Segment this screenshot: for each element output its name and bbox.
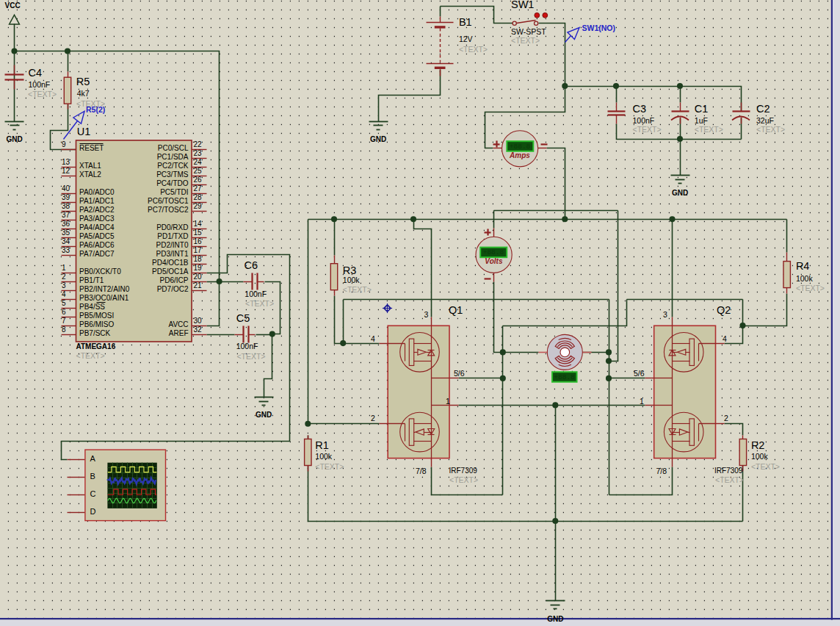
svg-text:<TEXT>: <TEXT> bbox=[236, 352, 265, 361]
svg-text:<TEXT>: <TEXT> bbox=[343, 285, 372, 294]
svg-text:4: 4 bbox=[62, 290, 66, 298]
svg-text:2: 2 bbox=[371, 414, 375, 422]
svg-text:7: 7 bbox=[62, 317, 66, 325]
svg-text:3: 3 bbox=[62, 281, 66, 289]
svg-text:37: 37 bbox=[62, 211, 70, 219]
svg-text:PB0/XCK/T0: PB0/XCK/T0 bbox=[79, 267, 121, 276]
svg-text:100nF: 100nF bbox=[633, 116, 655, 125]
svg-text:PD7/OC2: PD7/OC2 bbox=[157, 285, 189, 293]
svg-text:35: 35 bbox=[62, 229, 70, 237]
svg-text:<TEXT>: <TEXT> bbox=[449, 475, 478, 484]
svg-text:32: 32 bbox=[194, 325, 203, 334]
svg-text:PC4/TDO: PC4/TDO bbox=[156, 179, 189, 187]
svg-text:PD0/RXD: PD0/RXD bbox=[156, 223, 188, 231]
svg-text:SW-SPST: SW-SPST bbox=[511, 27, 546, 36]
svg-text:26: 26 bbox=[194, 176, 203, 184]
svg-text:4k7: 4k7 bbox=[77, 89, 90, 98]
svg-text:GND: GND bbox=[370, 135, 386, 143]
svg-text:SW1: SW1 bbox=[511, 0, 534, 10]
svg-text:XTAL2: XTAL2 bbox=[79, 170, 101, 179]
svg-text:15: 15 bbox=[194, 229, 203, 237]
svg-text:<TEXT>: <TEXT> bbox=[633, 125, 662, 134]
svg-text:PB1/T1: PB1/T1 bbox=[79, 276, 104, 284]
svg-text:39: 39 bbox=[62, 193, 70, 201]
svg-text:32uF: 32uF bbox=[756, 116, 774, 125]
svg-text:ATMEGA16: ATMEGA16 bbox=[76, 342, 116, 350]
svg-text:R5(2): R5(2) bbox=[86, 105, 105, 114]
svg-text:2: 2 bbox=[724, 414, 728, 422]
svg-text:21: 21 bbox=[194, 281, 203, 289]
svg-text:IRF7309: IRF7309 bbox=[449, 467, 478, 475]
svg-text:8: 8 bbox=[62, 325, 66, 334]
svg-text:VCC: VCC bbox=[5, 1, 21, 10]
svg-text:PA3/ADC3: PA3/ADC3 bbox=[79, 215, 115, 223]
svg-text:<TEXT>: <TEXT> bbox=[28, 90, 57, 98]
svg-text:C3: C3 bbox=[633, 103, 647, 115]
svg-text:PB2/INT2/AIN0: PB2/INT2/AIN0 bbox=[79, 285, 130, 293]
svg-text:28: 28 bbox=[194, 193, 203, 201]
svg-text:19: 19 bbox=[194, 264, 203, 272]
svg-text:30: 30 bbox=[194, 317, 203, 325]
svg-text:+88.8: +88.8 bbox=[510, 143, 531, 151]
svg-text:PA7/ADC7: PA7/ADC7 bbox=[79, 250, 115, 258]
svg-text:PA2/ADC2: PA2/ADC2 bbox=[79, 206, 115, 214]
svg-text:22: 22 bbox=[194, 140, 203, 148]
svg-text:C2: C2 bbox=[756, 103, 770, 115]
svg-text:PA6/ADC6: PA6/ADC6 bbox=[79, 241, 115, 249]
svg-text:PD5/OC1A: PD5/OC1A bbox=[152, 267, 189, 276]
svg-text:40: 40 bbox=[62, 184, 70, 193]
svg-text:1: 1 bbox=[640, 397, 644, 406]
svg-text:PD4/OC1B: PD4/OC1B bbox=[152, 259, 189, 267]
svg-text:GND: GND bbox=[672, 189, 688, 197]
svg-text:7/8: 7/8 bbox=[656, 467, 667, 475]
svg-text:PC5/TDI: PC5/TDI bbox=[160, 188, 188, 196]
svg-text:100nF: 100nF bbox=[29, 80, 51, 89]
svg-text:R1: R1 bbox=[315, 439, 329, 451]
svg-text:R2: R2 bbox=[751, 439, 765, 451]
svg-text:100nF: 100nF bbox=[236, 342, 258, 350]
svg-text:<TEXT>: <TEXT> bbox=[76, 351, 105, 360]
svg-text:100k: 100k bbox=[751, 452, 769, 461]
svg-text:B: B bbox=[90, 472, 95, 481]
svg-text:AREF: AREF bbox=[169, 329, 189, 337]
svg-text:34: 34 bbox=[62, 237, 70, 245]
svg-text:5: 5 bbox=[62, 299, 66, 307]
svg-text:U1: U1 bbox=[77, 126, 91, 137]
svg-text:27: 27 bbox=[194, 184, 203, 193]
svg-text:R5: R5 bbox=[76, 76, 90, 87]
svg-text:PA0/ADC0: PA0/ADC0 bbox=[79, 188, 115, 196]
svg-text:PC1/SDA: PC1/SDA bbox=[157, 153, 189, 161]
svg-text:17: 17 bbox=[194, 246, 203, 254]
svg-text:14: 14 bbox=[194, 220, 203, 228]
svg-text:Amps: Amps bbox=[509, 151, 530, 159]
svg-text:100nF: 100nF bbox=[245, 289, 267, 298]
svg-text:PD3/INT1: PD3/INT1 bbox=[156, 250, 189, 258]
svg-text:12V: 12V bbox=[459, 35, 473, 43]
svg-text:GND: GND bbox=[6, 135, 22, 143]
svg-text:PB6/MISO: PB6/MISO bbox=[79, 320, 114, 328]
svg-text:4: 4 bbox=[371, 334, 375, 343]
svg-text:<TEXT>: <TEXT> bbox=[695, 125, 723, 134]
svg-text:PB5/MOSI: PB5/MOSI bbox=[79, 312, 114, 320]
svg-text:25: 25 bbox=[194, 167, 203, 175]
svg-text:24: 24 bbox=[194, 158, 203, 166]
svg-text:Q2: Q2 bbox=[717, 304, 731, 316]
svg-text:9: 9 bbox=[62, 140, 66, 148]
svg-text:C4: C4 bbox=[29, 67, 43, 79]
svg-text:3: 3 bbox=[424, 310, 429, 319]
svg-text:GND: GND bbox=[547, 615, 563, 623]
svg-text:AVCC: AVCC bbox=[168, 320, 188, 328]
svg-text:6: 6 bbox=[62, 308, 66, 316]
svg-text:<TEXT>: <TEXT> bbox=[756, 125, 785, 134]
svg-text:RESET: RESET bbox=[79, 144, 104, 152]
svg-text:PA5/ADC5: PA5/ADC5 bbox=[79, 232, 115, 240]
svg-text:PB3/OC0/AIN1: PB3/OC0/AIN1 bbox=[79, 294, 129, 302]
svg-text:PA1/ADC1: PA1/ADC1 bbox=[79, 197, 115, 205]
svg-text:XTAL1: XTAL1 bbox=[79, 162, 101, 170]
svg-text:R4: R4 bbox=[796, 260, 810, 272]
svg-text:C6: C6 bbox=[245, 259, 258, 271]
svg-text:C1: C1 bbox=[695, 103, 709, 115]
svg-text:B1: B1 bbox=[459, 16, 472, 28]
svg-text:3: 3 bbox=[663, 310, 667, 319]
svg-text:7/8: 7/8 bbox=[416, 467, 427, 475]
